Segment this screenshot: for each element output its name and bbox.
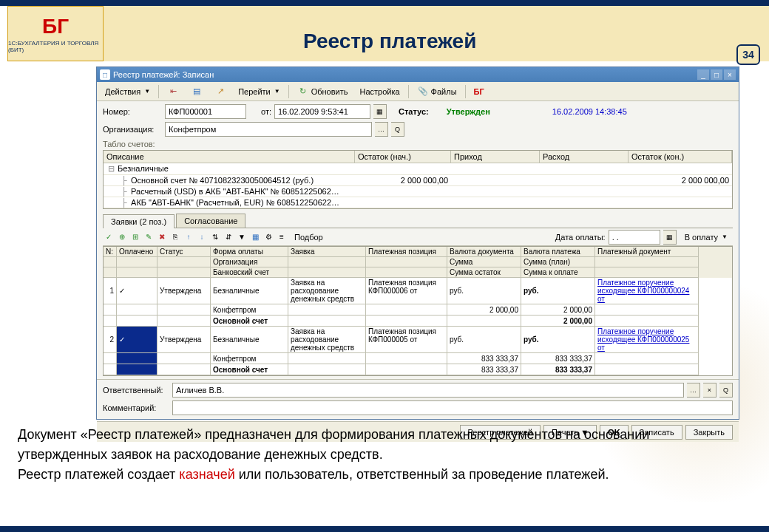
page-title: Реестр платежей bbox=[303, 30, 476, 53]
accounts-table: Описание Остаток (нач.) Приход Расход Ос… bbox=[103, 150, 733, 209]
slide-top-stripe bbox=[0, 0, 769, 6]
responsible-label: Ответственный: bbox=[103, 386, 169, 395]
slide-number: 34 bbox=[736, 44, 760, 65]
select-button[interactable]: Подбор bbox=[289, 231, 328, 244]
form-header: Номер: КФП000001 от: 16.02.2009 9:53:41 … bbox=[97, 101, 739, 379]
table-row[interactable]: Конфетпром2 000,002 000,00 bbox=[104, 304, 732, 316]
resp-clear-button[interactable]: × bbox=[703, 383, 717, 398]
col-balance-start[interactable]: Остаток (нач.) bbox=[355, 151, 451, 163]
col-expense[interactable]: Расход bbox=[540, 151, 629, 163]
number-label: Номер: bbox=[103, 107, 162, 116]
lookup-button[interactable]: … bbox=[375, 122, 388, 137]
table-row[interactable]: Основной счет833 333,37833 333,37 bbox=[104, 364, 732, 375]
app-window: □ Реестр платежей: Записан _ □ × Действи… bbox=[96, 66, 739, 420]
nav-back-button[interactable]: ⇤ bbox=[162, 83, 184, 100]
paydate-calendar-icon[interactable]: ▦ bbox=[663, 230, 677, 245]
logo: БГ 1С:БУХГАЛТЕРИЯ И ТОРГОВЛЯ (БИТ) bbox=[7, 6, 104, 61]
group-icon[interactable]: ≡ bbox=[276, 231, 288, 243]
table-row[interactable]: ├ АКБ "АВТ-БАНК" (Расчетный, EUR) № 6085… bbox=[104, 197, 732, 208]
link-button[interactable]: ↗ bbox=[209, 83, 231, 100]
window-title: Реестр платежей: Записан bbox=[113, 70, 214, 79]
brand-button[interactable]: БГ bbox=[469, 85, 489, 98]
col-status[interactable]: Статус bbox=[157, 247, 211, 257]
tab-approval[interactable]: Согласование bbox=[176, 214, 245, 228]
accounts-section-title: Табло счетов: bbox=[103, 140, 733, 149]
col-doc-currency[interactable]: Валюта документа bbox=[447, 247, 521, 257]
table-row[interactable]: ⊟ Безналичные bbox=[104, 163, 732, 175]
slide-bottom-stripe bbox=[0, 526, 769, 532]
actions-menu[interactable]: Действия▼ bbox=[100, 85, 155, 98]
sort-asc-icon[interactable]: ⇅ bbox=[209, 231, 221, 243]
down-icon[interactable]: ↓ bbox=[196, 231, 208, 243]
paydate-label: Дата оплаты: bbox=[555, 233, 606, 242]
table-row[interactable]: ├ Расчетный (USD) в АКБ "АВТ-БАНК" № 608… bbox=[104, 186, 732, 197]
table-row[interactable]: ├ Основной счет № 40710823230050064512 (… bbox=[104, 175, 732, 186]
check-icon[interactable]: ✓ bbox=[103, 231, 115, 243]
settings-button[interactable]: Настройка bbox=[354, 85, 404, 98]
files-button[interactable]: 📎Файлы bbox=[412, 83, 462, 100]
col-paid[interactable]: Оплачено bbox=[117, 247, 157, 257]
resp-open-button[interactable]: Q bbox=[719, 383, 733, 398]
table-row[interactable]: 2✓УтвержденаБезналичныеЗаявка на расходо… bbox=[104, 327, 732, 353]
org-field[interactable]: Конфетпром bbox=[165, 122, 372, 137]
responsible-field[interactable]: Агличев В.В. bbox=[172, 383, 684, 398]
sort-desc-icon[interactable]: ⇵ bbox=[223, 231, 234, 243]
col-pay-currency[interactable]: Валюта платежа bbox=[521, 247, 595, 257]
filter-icon[interactable]: ▼ bbox=[236, 231, 248, 243]
col-balance-end[interactable]: Остаток (кон.) bbox=[629, 151, 732, 163]
add2-icon[interactable]: ⊞ bbox=[129, 231, 141, 243]
col-position[interactable]: Платежная позиция bbox=[366, 247, 447, 257]
grid-toolbar: ✓ ⊕ ⊞ ✎ ✖ ⎘ ↑ ↓ ⇅ ⇵ ▼ ▦ ⚙ ≡ Подбор Дата … bbox=[103, 228, 733, 246]
copy-icon[interactable]: ⎘ bbox=[169, 231, 181, 243]
maximize-button[interactable]: □ bbox=[711, 69, 722, 80]
refresh-button[interactable]: ↻Обновить bbox=[292, 83, 353, 100]
resp-lookup-button[interactable]: … bbox=[687, 383, 700, 398]
status-value: Утвержден bbox=[447, 107, 490, 116]
description-text: Документ «Реестр платежей» предназначен … bbox=[18, 425, 742, 485]
toolbar: Действия▼ ⇤ ▤ ↗ Перейти▼ ↻Обновить Настр… bbox=[97, 82, 739, 101]
up-icon[interactable]: ↑ bbox=[183, 231, 194, 243]
table-row[interactable]: 1✓УтвержденаБезналичныеЗаявка на расходо… bbox=[104, 278, 732, 304]
goto-menu[interactable]: Перейти▼ bbox=[233, 85, 285, 98]
table-icon[interactable]: ▦ bbox=[249, 231, 261, 243]
table-row[interactable]: Основной счет2 000,00 bbox=[104, 316, 732, 327]
settings-icon[interactable]: ⚙ bbox=[262, 231, 274, 243]
doc-button[interactable]: ▤ bbox=[186, 83, 208, 100]
col-paydoc[interactable]: Платежный документ bbox=[595, 247, 699, 257]
org-label: Организация: bbox=[103, 125, 162, 134]
delete-icon[interactable]: ✖ bbox=[156, 231, 168, 243]
table-row[interactable]: Конфетпром833 333,37833 333,37 bbox=[104, 353, 732, 364]
app-icon: □ bbox=[100, 69, 110, 80]
number-field[interactable]: КФП000001 bbox=[165, 104, 246, 119]
logo-subtitle: 1С:БУХГАЛТЕРИЯ И ТОРГОВЛЯ (БИТ) bbox=[8, 40, 103, 53]
close-button[interactable]: × bbox=[724, 69, 736, 80]
titlebar[interactable]: □ Реестр платежей: Записан _ □ × bbox=[97, 67, 739, 82]
tab-requests[interactable]: Заявки (2 поз.) bbox=[103, 214, 175, 228]
timestamp: 16.02.2009 14:38:45 bbox=[552, 107, 627, 116]
date-field[interactable]: 16.02.2009 9:53:41 bbox=[274, 104, 370, 119]
footer-fields: Ответственный: Агличев В.В. … × Q Коммен… bbox=[97, 379, 739, 421]
calendar-icon[interactable]: ▦ bbox=[373, 104, 387, 119]
from-label: от: bbox=[249, 107, 271, 116]
col-description[interactable]: Описание bbox=[104, 151, 355, 163]
col-request[interactable]: Заявка bbox=[288, 247, 366, 257]
in-payment-button[interactable]: В оплату▼ bbox=[680, 231, 733, 244]
add-icon[interactable]: ⊕ bbox=[116, 231, 128, 243]
col-income[interactable]: Приход bbox=[451, 151, 540, 163]
comment-field[interactable] bbox=[172, 400, 733, 415]
col-n[interactable]: N: bbox=[104, 247, 117, 257]
open-button[interactable]: Q bbox=[391, 122, 404, 137]
paydate-field[interactable]: . . bbox=[609, 230, 660, 245]
requests-grid: N: Оплачено Статус Форма оплаты Заявка П… bbox=[103, 246, 733, 376]
comment-label: Комментарий: bbox=[103, 403, 169, 412]
status-label: Статус: bbox=[399, 107, 429, 116]
col-form[interactable]: Форма оплаты bbox=[211, 247, 288, 257]
minimize-button[interactable]: _ bbox=[697, 69, 709, 80]
edit-icon[interactable]: ✎ bbox=[143, 231, 155, 243]
logo-text: БГ bbox=[42, 15, 69, 38]
